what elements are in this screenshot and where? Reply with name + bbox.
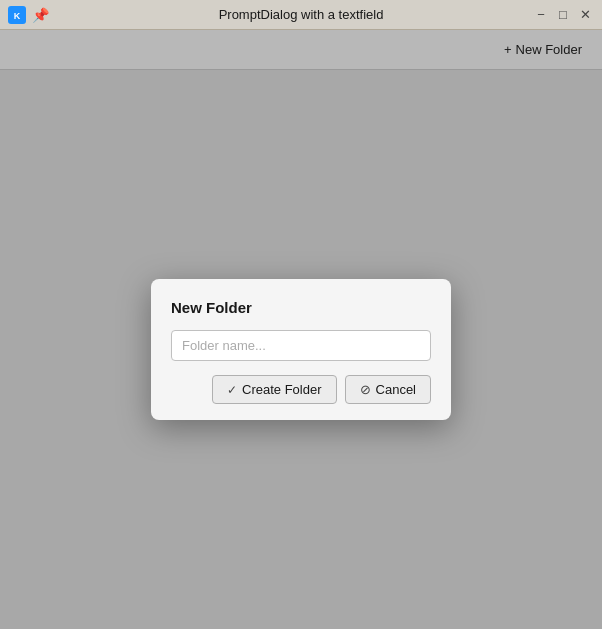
cancel-label: Cancel	[376, 382, 416, 397]
pin-icon[interactable]: 📌	[32, 7, 49, 23]
title-bar: K 📌 PromptDialog with a textfield − □ ✕	[0, 0, 602, 30]
plus-icon: +	[504, 42, 512, 57]
minimize-button[interactable]: −	[532, 6, 550, 24]
dialog-title: New Folder	[171, 299, 431, 316]
create-folder-button[interactable]: ✓ Create Folder	[212, 375, 336, 404]
folder-name-input[interactable]	[171, 330, 431, 361]
cancel-icon: ⊘	[360, 382, 371, 397]
title-bar-controls: − □ ✕	[532, 6, 594, 24]
dialog-buttons: ✓ Create Folder ⊘ Cancel	[171, 375, 431, 404]
cancel-button[interactable]: ⊘ Cancel	[345, 375, 431, 404]
title-bar-left: K 📌	[8, 6, 49, 24]
dialog-overlay: New Folder ✓ Create Folder ⊘ Cancel	[0, 70, 602, 629]
window-title: PromptDialog with a textfield	[219, 7, 384, 22]
svg-text:K: K	[14, 11, 21, 21]
close-button[interactable]: ✕	[576, 6, 594, 24]
main-content: New Folder ✓ Create Folder ⊘ Cancel	[0, 70, 602, 629]
new-folder-button[interactable]: + New Folder	[496, 38, 590, 61]
new-folder-label: New Folder	[516, 42, 582, 57]
maximize-button[interactable]: □	[554, 6, 572, 24]
check-icon: ✓	[227, 383, 237, 397]
toolbar: + New Folder	[0, 30, 602, 70]
app-icon: K	[8, 6, 26, 24]
create-folder-label: Create Folder	[242, 382, 321, 397]
new-folder-dialog: New Folder ✓ Create Folder ⊘ Cancel	[151, 279, 451, 420]
